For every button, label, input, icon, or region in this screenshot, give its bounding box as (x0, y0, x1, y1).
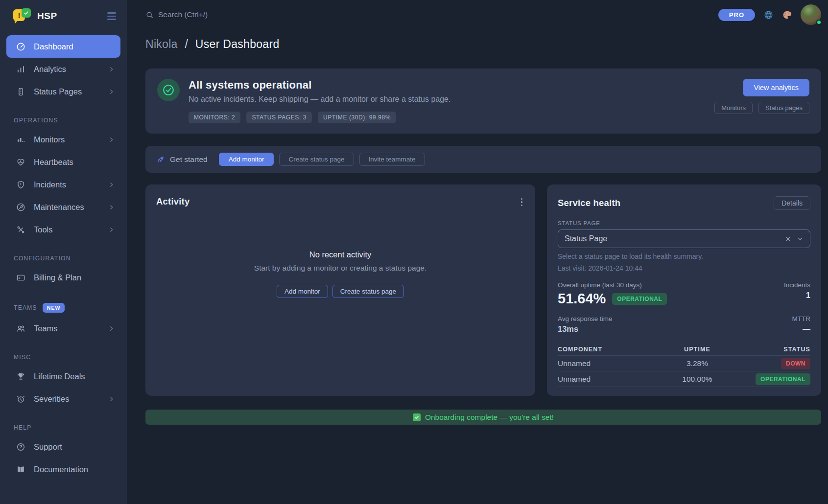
kebab-menu-icon[interactable] (519, 196, 524, 208)
create-status-page-button[interactable]: Create status page (279, 153, 354, 166)
down-status-badge: DOWN (781, 358, 810, 369)
hero-subtitle: No active incidents. Keep shipping — add… (189, 95, 450, 104)
rocket-icon (156, 155, 165, 164)
avg-response-label: Avg response time (558, 315, 613, 322)
online-status-dot (816, 20, 822, 25)
details-button[interactable]: Details (774, 196, 810, 210)
topbar: Search (Ctrl+/) PRO (145, 0, 821, 29)
sidebar-item-billing[interactable]: Billing & Plan (6, 266, 120, 289)
users-icon (16, 324, 25, 333)
brand-name: HSP (37, 11, 57, 22)
sidebar-item-maintenances[interactable]: Maintenances (6, 196, 120, 218)
monitors-button[interactable]: Monitors (714, 102, 753, 114)
main-content: Search (Ctrl+/) PRO Nikola / User Dashbo… (127, 0, 828, 504)
trophy-icon (16, 372, 25, 381)
topbar-actions: PRO (718, 4, 821, 25)
activity-card: Activity No recent activity Start by add… (145, 184, 535, 396)
bar-chart-icon (16, 65, 25, 74)
empty-state-subtitle: Start by adding a monitor or creating a … (254, 264, 426, 273)
create-status-page-button[interactable]: Create status page (332, 285, 404, 298)
select-helper-text: Select a status page to load its health … (558, 252, 810, 260)
chevron-right-icon (108, 182, 115, 188)
page-title: User Dashboard (195, 38, 280, 50)
components-table: COMPONENT UPTIME STATUS Unnamed 3.28% DO… (558, 343, 810, 387)
component-uptime: 3.28% (660, 359, 735, 368)
incidents-label: Incidents (784, 281, 810, 289)
help-badge-icon (16, 442, 25, 452)
status-page-select[interactable]: Status Page (558, 229, 810, 248)
status-page-field-label: STATUS PAGE (558, 220, 810, 226)
sidebar-item-dashboard[interactable]: Dashboard (6, 35, 120, 58)
wrench-circle-icon (16, 203, 25, 212)
activity-title: Activity (156, 196, 524, 207)
user-avatar[interactable] (801, 4, 821, 25)
status-hero-card: All systems operational No active incide… (145, 69, 821, 134)
traffic-light-icon (16, 87, 25, 96)
chevron-right-icon (108, 66, 115, 72)
clear-icon[interactable] (785, 236, 791, 242)
sidebar-item-severities[interactable]: Severities (6, 388, 120, 410)
search-input[interactable]: Search (Ctrl+/) (145, 10, 208, 19)
invite-teammate-button[interactable]: Invite teammate (359, 153, 425, 166)
sidebar-item-tools[interactable]: Tools (6, 218, 120, 241)
get-started-bar: Get started Add monitor Create status pa… (145, 146, 821, 173)
chevron-right-icon (108, 396, 115, 402)
chevron-right-icon (108, 325, 115, 332)
breadcrumb: Nikola / User Dashboard (145, 38, 821, 51)
component-uptime: 100.00% (660, 375, 735, 384)
chevron-right-icon (108, 137, 115, 143)
gauge-icon (16, 42, 25, 51)
status-page-select-value: Status Page (565, 234, 607, 243)
sidebar-item-support[interactable]: Support (6, 435, 120, 458)
table-row[interactable]: Unnamed 3.28% DOWN (558, 356, 810, 371)
sidebar-section-help: HELP (14, 424, 127, 431)
activity-empty-state: No recent activity Start by adding a mon… (156, 250, 524, 298)
sidebar-section-teams: TEAMS NEW (14, 303, 127, 313)
breadcrumb-parent[interactable]: Nikola (145, 38, 178, 50)
uptime-label: Overall uptime (last 30 days) (558, 281, 667, 289)
hamburger-menu-icon[interactable] (107, 12, 116, 20)
last-visit-text: Last visit: 2026-01-24 10:44 (558, 264, 810, 272)
chevron-right-icon (108, 89, 115, 95)
sidebar-item-incidents[interactable]: Incidents (6, 173, 120, 196)
table-row[interactable]: Unnamed 100.00% OPERATIONAL (558, 371, 810, 387)
operational-status-badge: OPERATIONAL (756, 373, 810, 385)
alarm-clock-icon (16, 394, 25, 404)
pro-badge[interactable]: PRO (718, 9, 755, 21)
add-monitor-button[interactable]: Add monitor (277, 285, 328, 298)
hero-title: All systems operational (189, 79, 450, 92)
service-health-card: Service health Details STATUS PAGE Statu… (547, 184, 821, 396)
chevron-down-icon[interactable] (797, 235, 804, 242)
palette-icon[interactable] (782, 10, 792, 20)
sidebar-item-documentation[interactable]: Documentation (6, 458, 120, 481)
breadcrumb-separator: / (185, 38, 188, 50)
app-logo-icon: ! (13, 8, 31, 24)
check-circle-icon (157, 79, 180, 101)
sidebar-item-analytics[interactable]: Analytics (6, 58, 120, 80)
book-icon (16, 465, 25, 474)
status-pages-button[interactable]: Status pages (758, 102, 809, 114)
chevron-right-icon (108, 204, 115, 210)
uptime-value: 51.64% (558, 291, 606, 307)
shield-alert-icon (16, 180, 25, 189)
sidebar-item-status-pages[interactable]: Status Pages (6, 80, 120, 103)
new-badge: NEW (43, 303, 65, 313)
heartbeat-icon (16, 158, 25, 167)
empty-state-title: No recent activity (309, 250, 372, 259)
monitor-bars-icon (16, 135, 25, 144)
tools-icon (16, 225, 25, 234)
uptime-chip: UPTIME (30D): 99.98% (318, 112, 396, 123)
sidebar-item-lifetime-deals[interactable]: Lifetime Deals (6, 365, 120, 388)
add-monitor-button[interactable]: Add monitor (219, 153, 274, 166)
sidebar: ! HSP Dashboard Analytics (0, 0, 127, 504)
view-analytics-button[interactable]: View analytics (743, 79, 809, 96)
logo-row: ! HSP (0, 0, 127, 32)
sidebar-item-monitors[interactable]: Monitors (6, 128, 120, 151)
credit-card-icon (16, 273, 25, 282)
sidebar-item-heartbeats[interactable]: Heartbeats (6, 151, 120, 173)
globe-icon[interactable] (763, 10, 774, 20)
mttr-label: MTTR (792, 315, 811, 322)
incidents-value: 1 (784, 291, 810, 300)
sidebar-item-teams[interactable]: Teams (6, 317, 120, 340)
sidebar-section-operations: OPERATIONS (14, 117, 127, 124)
